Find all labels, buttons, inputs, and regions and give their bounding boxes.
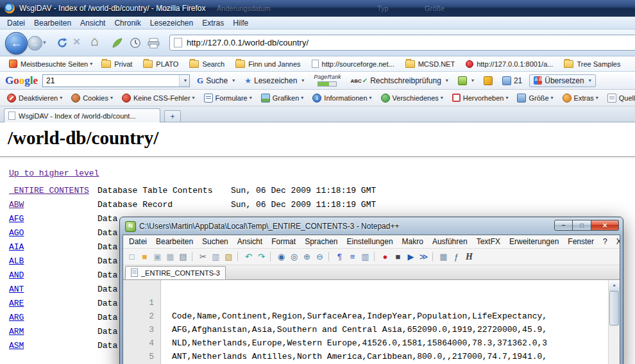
- search-history-dropdown[interactable]: ▾: [179, 75, 189, 87]
- bookmark-item[interactable]: Meistbesuchte Seiten ▾: [5, 58, 96, 69]
- toolbar-separator[interactable]: [270, 252, 273, 261]
- scroll-up-icon[interactable]: ▲: [609, 280, 620, 291]
- document-tab[interactable]: _ENTIRE_CONTENTS-3: [125, 266, 226, 279]
- menu-item[interactable]: Chronik: [110, 17, 145, 29]
- menu-item[interactable]: X: [612, 236, 620, 247]
- stop-button[interactable]: [73, 35, 80, 49]
- menu-item[interactable]: Extras: [198, 17, 228, 29]
- menu-item[interactable]: Bearbeiten: [30, 17, 76, 29]
- directory-entry-link[interactable]: AFG: [9, 214, 24, 224]
- menu-item[interactable]: Lesezeichen: [146, 17, 198, 29]
- toolbar-separator[interactable]: [328, 252, 331, 261]
- zoom-in-icon[interactable]: ⊕: [301, 251, 313, 263]
- bookmark-item[interactable]: http://127.0.0.1:8001/a...: [462, 59, 559, 69]
- history-clock-button[interactable]: [128, 37, 142, 49]
- history-dropdown-icon[interactable]: [43, 39, 46, 46]
- google-bookmarks-button[interactable]: ★ Lesezeichen ▾: [242, 75, 307, 87]
- new-file-icon[interactable]: □: [126, 251, 138, 263]
- menu-item[interactable]: Ausführen: [428, 236, 472, 247]
- url-text[interactable]: http://127.0.0.1/world-db/country/: [187, 38, 309, 47]
- menu-item[interactable]: Format: [267, 236, 300, 247]
- menu-item[interactable]: Suchen: [198, 236, 233, 247]
- menu-item[interactable]: Erweiterungen: [505, 236, 563, 247]
- webdev-menu-button[interactable]: Extras ▾: [559, 92, 602, 104]
- directory-entry-link[interactable]: ANT: [9, 285, 24, 294]
- google-search-box[interactable]: 21 ▾: [42, 74, 190, 87]
- directory-entry-link[interactable]: AGO: [9, 228, 24, 238]
- google-search-input[interactable]: 21: [43, 76, 179, 85]
- stop-macro-icon[interactable]: ■: [392, 251, 404, 263]
- replace-icon[interactable]: ◎: [288, 251, 300, 263]
- back-button[interactable]: [5, 32, 28, 54]
- webdev-menu-button[interactable]: Grafiken ▾: [258, 92, 307, 104]
- reload-button[interactable]: [55, 37, 69, 49]
- zoom-out-icon[interactable]: ⊖: [314, 251, 326, 263]
- webdev-menu-button[interactable]: Hervorheben ▾: [449, 92, 512, 103]
- show-symbols-icon[interactable]: ≡: [346, 251, 359, 263]
- directory-entry-link[interactable]: ASM: [9, 341, 24, 351]
- menu-item[interactable]: Sprachen: [300, 236, 342, 247]
- doc-map-icon[interactable]: ▦: [437, 251, 450, 263]
- bookmark-item[interactable]: Finn und Jannes: [232, 59, 306, 69]
- directory-entry-link[interactable]: _ENTIRE_CONTENTS: [9, 186, 89, 195]
- word-wrap-icon[interactable]: ¶: [334, 251, 346, 263]
- directory-entry-link[interactable]: ARM: [9, 327, 24, 336]
- bookmark-item[interactable]: Privat: [97, 59, 138, 69]
- menu-item[interactable]: ?: [598, 236, 612, 247]
- translate-button[interactable]: Übersetzen ▾: [529, 74, 595, 87]
- bookmark-item[interactable]: http://sourceforge.net...: [308, 58, 400, 69]
- indent-guide-icon[interactable]: ▥: [359, 251, 371, 263]
- open-folder-icon[interactable]: ■: [139, 251, 151, 263]
- scrollbar-thumb[interactable]: [609, 291, 619, 326]
- editor-area[interactable]: 1 Code,Name,Continent,Region,SurfaceArea…: [123, 280, 620, 364]
- pagerank-indicator[interactable]: PageRank: [311, 74, 343, 87]
- url-bar[interactable]: http://127.0.0.1/world-db/country/: [169, 35, 635, 51]
- notepadpp-titlebar[interactable]: C:\Users\Martin\AppData\Local\Temp\_ENTI…: [123, 217, 620, 235]
- function-list-icon[interactable]: ƒ: [450, 251, 462, 263]
- menu-item[interactable]: Ansicht: [233, 236, 267, 247]
- redo-icon[interactable]: ↷: [255, 251, 267, 263]
- webdev-menu-button[interactable]: Größe ▾: [514, 92, 556, 104]
- menu-item[interactable]: Bearbeiten: [151, 236, 198, 247]
- feather-button[interactable]: [110, 37, 124, 49]
- new-tab-button[interactable]: +: [164, 110, 181, 122]
- home-button[interactable]: [90, 33, 99, 49]
- menu-item[interactable]: Fenster: [563, 236, 598, 247]
- close-button[interactable]: [591, 220, 619, 231]
- run-multiple-icon[interactable]: ≫: [418, 251, 430, 263]
- directory-entry-link[interactable]: ALB: [9, 256, 24, 266]
- paste-icon[interactable]: ▧: [223, 251, 235, 263]
- webdev-menu-button[interactable]: Keine CSS-Fehler ▾: [119, 92, 198, 104]
- webdev-menu-button[interactable]: Formulare ▾: [201, 92, 255, 104]
- minimize-button[interactable]: [554, 220, 573, 231]
- up-to-higher-level-link[interactable]: Up to higher level: [9, 169, 99, 178]
- spellcheck-button[interactable]: ABC Rechtschreibprüfung ▾: [348, 75, 450, 87]
- bookmark-item[interactable]: PLATO: [139, 59, 184, 69]
- webdev-menu-button[interactable]: Verschiedenes ▾: [378, 92, 446, 104]
- maximize-button[interactable]: [573, 220, 591, 231]
- highlighter-button[interactable]: [481, 75, 495, 87]
- print-button[interactable]: [146, 37, 160, 49]
- webdev-menu-button[interactable]: Informationen ▾: [309, 92, 375, 104]
- directory-entry-link[interactable]: ARG: [9, 313, 24, 322]
- save-all-icon[interactable]: ▦: [164, 251, 176, 263]
- bookmark-item[interactable]: Tree Samples: [560, 59, 626, 69]
- bookmark-item[interactable]: Search: [185, 59, 230, 69]
- directory-entry-link[interactable]: AIA: [9, 242, 24, 252]
- menu-item[interactable]: Datei: [124, 236, 151, 247]
- webdev-menu-button[interactable]: Quellte ▾: [604, 92, 635, 104]
- tab-wsgidav[interactable]: WsgiDAV - Index of /world-db/count...: [4, 108, 160, 122]
- find-icon[interactable]: ◉: [275, 251, 287, 263]
- print-icon[interactable]: ▤: [177, 251, 189, 263]
- webdev-menu-button[interactable]: Deaktivieren ▾: [4, 92, 65, 104]
- record-macro-icon[interactable]: ●: [379, 251, 391, 263]
- menu-item[interactable]: Makro: [398, 236, 428, 247]
- directory-entry-link[interactable]: ARE: [9, 299, 24, 308]
- cut-icon[interactable]: ✂: [197, 251, 209, 263]
- menu-item[interactable]: Ansicht: [76, 17, 110, 29]
- menu-item[interactable]: TextFX: [472, 236, 505, 247]
- html-preview-icon[interactable]: H: [463, 251, 475, 263]
- google-search-button[interactable]: G Suche ▾: [194, 74, 237, 87]
- menu-item[interactable]: Hilfe: [228, 17, 253, 29]
- autofill-button[interactable]: ▾: [455, 75, 477, 87]
